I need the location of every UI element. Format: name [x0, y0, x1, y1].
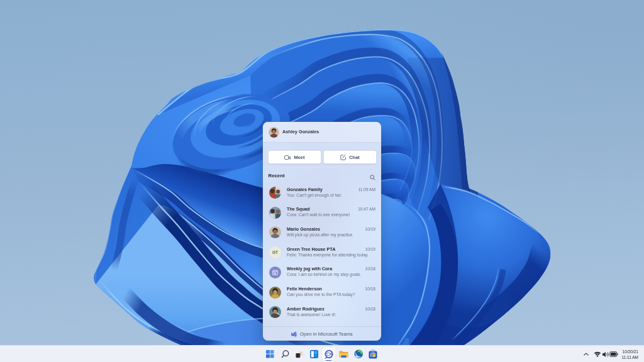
svg-text:T: T: [292, 332, 294, 336]
